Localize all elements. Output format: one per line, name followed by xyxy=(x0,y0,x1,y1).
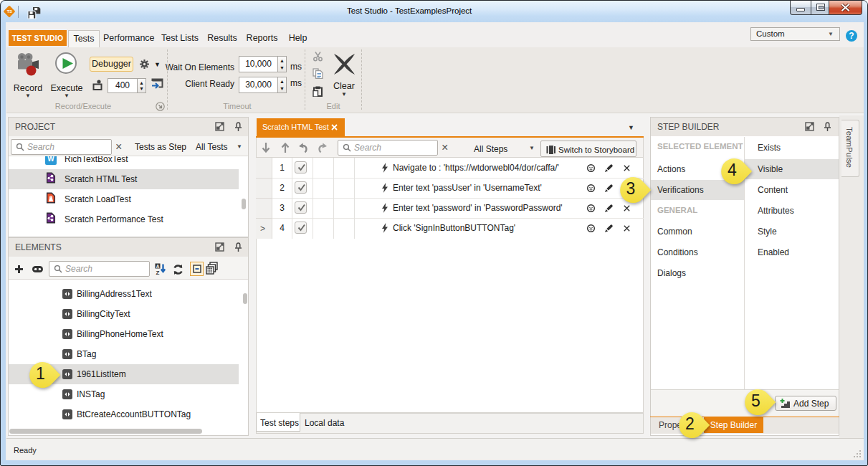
svg-text:Z: Z xyxy=(156,270,160,275)
svg-text:A: A xyxy=(156,264,160,269)
